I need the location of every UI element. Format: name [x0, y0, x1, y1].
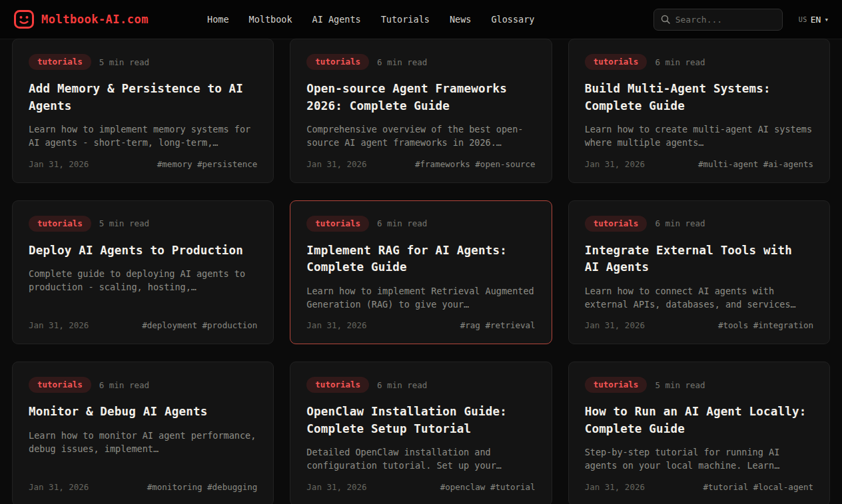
article-grid: tutorials 5 min read Add Memory & Persis… [0, 39, 842, 504]
article-date: Jan 31, 2026 [306, 482, 366, 492]
article-description: Learn how to implement Retrieval Augment… [306, 284, 535, 312]
nav-item-ai-agents[interactable]: AI Agents [312, 14, 361, 25]
article-card[interactable]: tutorials 6 min read Build Multi-Agent S… [568, 39, 830, 183]
article-description: Learn how to connect AI agents with exte… [585, 284, 813, 312]
card-header: tutorials 5 min read [585, 377, 813, 393]
article-date: Jan 31, 2026 [585, 482, 645, 492]
article-date: Jan 31, 2026 [29, 320, 89, 330]
article-tags[interactable]: #openclaw #tutorial [440, 482, 536, 492]
nav-item-tutorials[interactable]: Tutorials [381, 14, 430, 25]
read-time-label: 6 min read [377, 380, 427, 390]
article-card[interactable]: tutorials 6 min read Open-source Agent F… [290, 39, 552, 183]
article-date: Jan 31, 2026 [306, 159, 366, 169]
read-time-label: 6 min read [377, 57, 427, 67]
card-footer: Jan 31, 2026 #memory #persistence [29, 159, 257, 169]
card-header: tutorials 6 min read [585, 216, 813, 232]
article-date: Jan 31, 2026 [29, 159, 89, 169]
search-icon [661, 15, 670, 24]
article-tags[interactable]: #monitoring #debugging [147, 482, 258, 492]
card-footer: Jan 31, 2026 #deployment #production [29, 320, 257, 330]
article-description: Learn how to implement memory systems fo… [29, 123, 257, 150]
category-badge[interactable]: tutorials [306, 377, 369, 393]
category-badge[interactable]: tutorials [29, 216, 91, 232]
article-description: Complete guide to deploying AI agents to… [29, 267, 257, 294]
category-badge[interactable]: tutorials [29, 377, 91, 393]
card-footer: Jan 31, 2026 #multi-agent #ai-agents [585, 159, 813, 169]
article-tags[interactable]: #frameworks #open-source [415, 159, 536, 169]
card-footer: Jan 31, 2026 #monitoring #debugging [29, 482, 257, 492]
nav-item-home[interactable]: Home [207, 14, 229, 25]
read-time-label: 6 min read [655, 57, 705, 67]
brand[interactable]: Moltbook-AI.com [13, 9, 149, 30]
article-description: Comprehensive overview of the best open-… [306, 123, 535, 150]
card-header: tutorials 6 min read [306, 54, 535, 70]
article-title[interactable]: Integrate External Tools with AI Agents [585, 242, 813, 276]
category-badge[interactable]: tutorials [585, 216, 647, 232]
article-card[interactable]: tutorials 5 min read How to Run an AI Ag… [568, 362, 830, 504]
article-title[interactable]: OpenClaw Installation Guide: Complete Se… [306, 403, 535, 437]
article-title[interactable]: Open-source Agent Frameworks 2026: Compl… [306, 81, 535, 115]
search-box[interactable] [653, 9, 783, 31]
language-region: US [799, 16, 807, 23]
card-footer: Jan 31, 2026 #frameworks #open-source [306, 159, 535, 169]
top-navbar: Moltbook-AI.com Home Moltbook AI Agents … [0, 0, 842, 39]
article-tags[interactable]: #tools #integration [718, 320, 813, 330]
article-tags[interactable]: #rag #retrieval [460, 320, 536, 330]
read-time-label: 5 min read [655, 380, 705, 390]
category-badge[interactable]: tutorials [585, 377, 647, 393]
card-footer: Jan 31, 2026 #openclaw #tutorial [306, 482, 535, 492]
read-time-label: 6 min read [655, 218, 705, 228]
article-title[interactable]: How to Run an AI Agent Locally: Complete… [585, 403, 813, 437]
category-badge[interactable]: tutorials [306, 54, 369, 70]
nav-item-glossary[interactable]: Glossary [491, 14, 534, 25]
article-title[interactable]: Implement RAG for AI Agents: Complete Gu… [306, 242, 535, 276]
article-date: Jan 31, 2026 [585, 159, 645, 169]
search-input[interactable] [675, 15, 775, 25]
article-date: Jan 31, 2026 [585, 320, 645, 330]
article-card[interactable]: tutorials 6 min read Monitor & Debug AI … [12, 362, 274, 504]
article-description: Detailed OpenClaw installation and confi… [306, 445, 535, 473]
card-footer: Jan 31, 2026 #rag #retrieval [306, 320, 535, 330]
card-header: tutorials 6 min read [306, 216, 535, 232]
card-header: tutorials 5 min read [29, 216, 257, 232]
main-nav: Home Moltbook AI Agents Tutorials News G… [207, 14, 641, 25]
read-time-label: 5 min read [99, 218, 149, 228]
read-time-label: 5 min read [99, 57, 149, 67]
language-switcher[interactable]: US EN ▾ [799, 15, 829, 25]
card-header: tutorials 6 min read [29, 377, 257, 393]
chevron-down-icon: ▾ [824, 15, 829, 24]
category-badge[interactable]: tutorials [585, 54, 647, 70]
article-card[interactable]: tutorials 6 min read Implement RAG for A… [290, 200, 552, 345]
article-description: Step-by-step tutorial for running AI age… [585, 445, 813, 473]
article-tags[interactable]: #multi-agent #ai-agents [698, 159, 813, 169]
card-header: tutorials 5 min read [29, 54, 257, 70]
article-title[interactable]: Monitor & Debug AI Agents [29, 403, 257, 420]
article-description: Learn how to create multi-agent AI syste… [585, 123, 813, 150]
article-title[interactable]: Add Memory & Persistence to AI Agents [29, 81, 257, 115]
card-footer: Jan 31, 2026 #tutorial #local-agent [585, 482, 813, 492]
nav-item-moltbook[interactable]: Moltbook [249, 14, 292, 25]
article-card[interactable]: tutorials 5 min read Add Memory & Persis… [12, 39, 274, 183]
article-card[interactable]: tutorials 6 min read OpenClaw Installati… [290, 362, 552, 504]
card-header: tutorials 6 min read [306, 377, 535, 393]
article-tags[interactable]: #memory #persistence [157, 159, 258, 169]
brand-name: Moltbook-AI.com [41, 13, 149, 26]
article-date: Jan 31, 2026 [29, 482, 89, 492]
read-time-label: 6 min read [99, 380, 149, 390]
category-badge[interactable]: tutorials [306, 216, 369, 232]
logo-robot-icon [13, 9, 35, 30]
article-title[interactable]: Build Multi-Agent Systems: Complete Guid… [585, 81, 813, 115]
article-date: Jan 31, 2026 [306, 320, 366, 330]
article-card[interactable]: tutorials 5 min read Deploy AI Agents to… [12, 200, 274, 345]
language-code: EN [811, 15, 821, 25]
article-description: Learn how to monitor AI agent performanc… [29, 429, 257, 456]
nav-item-news[interactable]: News [450, 14, 472, 25]
article-tags[interactable]: #tutorial #local-agent [703, 482, 813, 492]
article-card[interactable]: tutorials 6 min read Integrate External … [568, 200, 830, 345]
card-header: tutorials 6 min read [585, 54, 813, 70]
card-footer: Jan 31, 2026 #tools #integration [585, 320, 813, 330]
read-time-label: 6 min read [377, 218, 427, 228]
category-badge[interactable]: tutorials [29, 54, 91, 70]
article-title[interactable]: Deploy AI Agents to Production [29, 242, 257, 259]
article-tags[interactable]: #deployment #production [142, 320, 257, 330]
